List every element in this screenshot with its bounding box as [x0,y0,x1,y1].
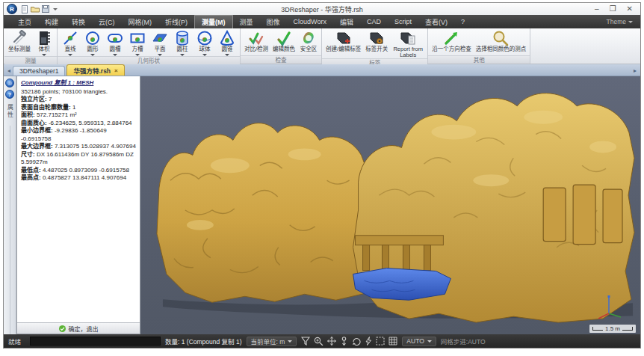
square-slot-icon [129,30,146,46]
cylinder-shape-button[interactable]: 圆柱 [171,29,193,56]
property-row: 面积: 572.715271 m² [21,111,136,120]
menu-tab[interactable]: 转换 [65,15,92,28]
title-bar: R 3DReshaper - 华强方特.rsh – ❐ ✕ [4,3,640,15]
round-slot-icon [107,30,123,46]
help-icon[interactable]: ? [5,90,14,99]
chevron-down-icon [628,21,633,23]
qat-dropdown-icon[interactable] [53,8,58,10]
grid-icon[interactable] [388,337,397,346]
properties-content: Compound 复制 1 : MESH 352186 points; 7031… [17,76,140,322]
main-area: ◎ ? 属性 Compound 复制 1 : MESH 352186 point… [4,76,640,334]
doc-tab-3dreshaper1[interactable]: 3DReshaper1 [13,66,65,76]
selected-blue-region[interactable] [353,268,451,301]
compare-inspect-button[interactable]: 对比/检测 [242,29,270,55]
strip-divider [10,126,10,334]
menu-tab[interactable]: 图像 [260,15,287,28]
report-from-labels-button[interactable]: Report from Labels [390,29,426,58]
property-rows: 352186 points; 703100 triangles.独立片区: 7表… [21,88,136,182]
close-button[interactable]: ✕ [627,4,633,14]
menu-tab[interactable]: ? [454,15,471,28]
menu-tab[interactable]: 查看(V) [418,15,454,28]
window-controls: – ❐ ✕ [595,4,637,14]
property-row: 曲面质心: -6.234625, 5.959313, 2.884764 [21,120,136,128]
menu-tab[interactable]: 折线(P) [158,15,194,28]
square-slot-button[interactable]: 方槽 [126,29,149,56]
menu-tab[interactable]: 云(C) [92,15,122,28]
left-rock-mesh [157,123,369,303]
status-bar: 就绪 数量: 1 (Compound 复制 1) 当前单位: m AUTO 网格… [4,334,640,348]
volume-button[interactable]: 体积 [33,29,55,56]
line-shape-button[interactable]: 直线 [59,29,81,56]
cylinder-icon [174,30,191,46]
coordinate-measure-button[interactable]: 坐标测量 [6,29,33,56]
label-toggle-button[interactable]: 标签开关 [363,29,390,58]
theme-selector[interactable]: Theme [607,18,633,25]
green-check-icon [59,325,66,332]
mesh-scene [140,76,640,334]
magnifier-icon [492,30,510,46]
menu-tab[interactable]: 主页 [11,15,38,28]
measure-icon[interactable] [365,337,372,346]
create-edit-label-button[interactable]: 创建/编辑标签 [323,29,363,58]
plane-shape-button[interactable]: 平面 [149,29,171,56]
property-row: 表面自由轮廓数量: 1 [21,104,136,112]
hammer-icon [11,30,28,46]
round-slot-button[interactable]: 圆槽 [104,29,126,56]
document-tab-bar: ◂ 3DReshaper1 华强方特.rsh × ▸ [4,64,640,76]
filter-icon[interactable] [301,337,310,346]
tab-scroll-right-icon[interactable]: ▸ [631,67,639,76]
confirm-exit-button[interactable]: 确定，退出 [17,322,140,334]
menu-tab[interactable]: CAD [360,15,388,28]
open-folder-icon[interactable] [31,5,40,13]
rotation-center-icon[interactable] [340,337,348,346]
new-file-icon[interactable] [21,5,28,13]
properties-panel: Compound 复制 1 : MESH 352186 points; 7031… [16,76,140,334]
select-rect-icon[interactable] [376,337,385,346]
rotate-view-icon[interactable] [352,337,361,346]
maximize-button[interactable]: ❐ [610,4,616,14]
menu-tab[interactable]: 测量 [233,15,260,28]
pan-icon[interactable] [327,337,336,346]
zoom-icon[interactable] [314,337,323,346]
ribbon-group-other: 沿一个方向检查 选择相同颜色的测点 其他 [428,28,530,64]
circle-icon [84,30,101,46]
pick-color-points-button[interactable]: 选择相同颜色的测点 [474,29,529,55]
ribbon-group-measure: 坐标测量 体积 测量 [4,28,58,64]
menu-tab[interactable]: Script [388,15,418,28]
safety-zone-button[interactable]: 安全区 [297,29,320,55]
menu-tab[interactable]: 测量(M) [194,15,233,28]
doc-tab-active-document[interactable]: 华强方特.rsh × [66,64,124,76]
menu-tab[interactable]: 网格(M) [122,15,159,28]
direction-inspect-icon [443,30,459,46]
property-row: 尺寸: DX 16.611436m DY 16.879586m DZ 5.599… [21,151,136,167]
chevron-down-icon [427,340,432,343]
edit-colors-button[interactable]: 编辑颜色 [270,29,297,55]
3d-viewport[interactable]: 1.5 m [140,76,640,334]
object-name-header: Compound 复制 1 : MESH [21,79,136,88]
auto-dropdown[interactable]: AUTO [402,337,436,346]
inspect-along-direction-button[interactable]: 沿一个方向检查 [430,29,474,55]
status-icon-toolbar [301,337,397,346]
circle-shape-button[interactable]: 圆形 [81,29,104,56]
ribbon: 坐标测量 体积 测量 直线 [4,28,640,64]
minimize-button[interactable]: – [595,4,599,14]
menu-tab[interactable]: CloudWorx [287,15,333,28]
navigation-sphere-icon[interactable]: ◎ [5,79,14,88]
status-message-box [30,337,161,346]
cone-shape-button[interactable]: 圆锥 [216,29,238,56]
tab-close-icon[interactable]: × [114,67,118,74]
current-unit-selector[interactable]: 当前单位: m [247,337,297,346]
quick-access-toolbar [21,5,58,13]
tab-scroll-left-icon[interactable]: ◂ [5,67,13,76]
property-row: 最小边界框: -9.29836 -1.850649 -0.6915758 [21,127,136,143]
properties-panel-tab[interactable]: 属性 [6,104,14,119]
save-icon[interactable] [42,5,49,13]
menu-tab[interactable]: 编辑 [333,15,360,28]
scale-tick-left [592,327,603,331]
menu-tab[interactable]: 构建 [38,15,65,28]
scale-label: 1.5 m [605,325,620,333]
menu-bar: 主页构建转换云(C)网格(M)折线(P)测量(M)测量图像CloudWorx编辑… [4,15,640,28]
app-logo-icon[interactable]: R [7,4,17,14]
sphere-shape-button[interactable]: 球体 [193,29,216,56]
window-title: 3DReshaper - 华强方特.rsh [4,4,640,14]
